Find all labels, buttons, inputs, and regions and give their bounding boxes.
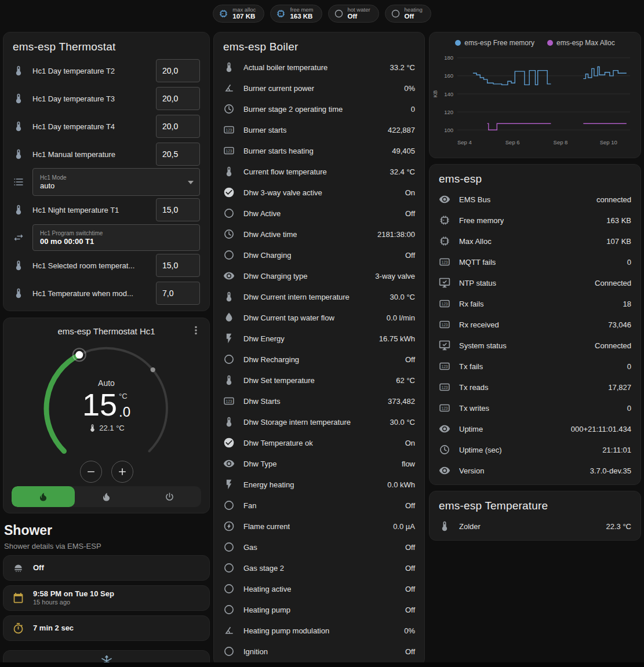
number-input[interactable]: 15,0 <box>156 198 200 221</box>
water-icon <box>223 312 235 323</box>
entity-row[interactable]: Current flow temperature 32.4 °C <box>214 161 424 182</box>
fire-icon <box>38 491 49 502</box>
entity-row[interactable]: Dhw Set temperature 62 °C <box>214 370 424 391</box>
legend-item[interactable]: ems-esp Free memory <box>455 39 534 47</box>
increase-temp-button[interactable] <box>111 461 133 483</box>
entity-row[interactable]: Dhw Active time 2181:38:00 <box>214 224 424 245</box>
entity-row[interactable]: Uptime 000+21:11:01.434 <box>430 418 641 439</box>
thermometer-icon <box>223 374 235 386</box>
number-input[interactable]: 15,0 <box>156 254 200 277</box>
entity-row[interactable]: Dhw Recharging Off <box>214 349 424 370</box>
status-badge[interactable]: hot water Off <box>328 5 379 23</box>
entity-row[interactable]: Energy heating 0.0 kWh <box>214 474 424 495</box>
entity-row[interactable]: Dhw Temperature ok On <box>214 432 424 453</box>
entity-row[interactable]: 123 Tx reads 17,827 <box>430 377 641 398</box>
entity-row[interactable]: Hc1 Temperature when mod... 7,0 <box>3 279 209 307</box>
entity-value: 163 KB <box>602 216 631 225</box>
shower-tile[interactable]: 7 min 2 sec <box>3 615 210 641</box>
check-circle-icon <box>223 437 235 449</box>
entity-row[interactable]: Hc1 Day temperature T4 20,0 <box>3 112 209 140</box>
entity-name: Free memory <box>459 216 504 225</box>
entity-row[interactable]: Hc1 Mode auto <box>3 168 209 196</box>
entity-name: Burner starts <box>243 126 286 134</box>
number-input[interactable]: 20,0 <box>156 87 200 110</box>
tile-secondary: 15 hours ago <box>33 599 114 607</box>
entity-row[interactable]: 123 Burner starts 422,887 <box>214 119 424 140</box>
entity-row[interactable]: Dhw Type flow <box>214 453 424 474</box>
entity-row[interactable]: Heating pump Off <box>214 599 424 620</box>
entity-row[interactable]: Actual boiler temperature 33.2 °C <box>214 57 424 78</box>
entity-row[interactable]: Flame current 0.0 µA <box>214 516 424 537</box>
number-input[interactable]: 20,5 <box>156 143 200 166</box>
entity-row[interactable]: 123 Dhw Starts 373,482 <box>214 391 424 411</box>
entity-name: Fan <box>243 501 256 510</box>
status-badge[interactable]: heating Off <box>385 5 431 23</box>
entity-row[interactable]: Hc1 Night temperature T1 15,0 <box>3 196 209 224</box>
flash-icon <box>223 479 235 490</box>
entity-value: 49,405 <box>387 147 415 155</box>
thermometer-icon <box>223 61 235 73</box>
entity-row[interactable]: Hc1 Manual temperature 20,5 <box>3 140 209 168</box>
entity-row[interactable]: Burner stage 2 operating time 0 <box>214 99 424 119</box>
entity-row[interactable]: Uptime (sec) 21:11:01 <box>430 439 641 460</box>
shower-tile[interactable]: Off <box>3 555 210 581</box>
mode-button[interactable] <box>12 486 75 507</box>
entity-row[interactable]: Hc1 Selected room temperat... 15,0 <box>3 252 209 279</box>
status-badge[interactable]: free mem 163 KB <box>270 5 322 23</box>
entity-row[interactable]: Hc1 Day temperature T3 20,0 <box>3 85 209 112</box>
entity-row[interactable]: Dhw Current intern temperature 30.0 °C <box>214 286 424 307</box>
entity-row[interactable]: 123 Rx received 73,046 <box>430 314 641 335</box>
eye-icon <box>439 465 450 476</box>
decrease-temp-button[interactable] <box>80 461 102 483</box>
emsesp-card: ems-esp EMS Bus connected Free memory 16… <box>429 164 641 485</box>
entity-row[interactable]: 123 Burner starts heating 49,405 <box>214 140 424 161</box>
entity-row[interactable]: 123 MQTT fails 0 <box>430 252 641 272</box>
entity-value: 0.0 µA <box>388 522 415 531</box>
entity-row[interactable]: Gas Off <box>214 537 424 557</box>
entity-row[interactable]: Dhw Active Off <box>214 203 424 224</box>
entity-row[interactable]: Gas stage 2 Off <box>214 557 424 578</box>
dial-handle[interactable] <box>75 351 83 359</box>
entity-row[interactable]: Dhw Storage intern temperature 30.0 °C <box>214 411 424 432</box>
entity-row[interactable]: Hc1 Program switchtime 00 mo 00:00 T1 <box>3 224 209 252</box>
number-input[interactable]: 20,0 <box>156 115 200 138</box>
switchtime-input[interactable]: Hc1 Program switchtime 00 mo 00:00 T1 <box>32 224 200 251</box>
entity-row[interactable]: Free memory 163 KB <box>430 210 641 231</box>
circle-icon <box>223 562 235 574</box>
entity-row[interactable]: Dhw Charging Off <box>214 245 424 265</box>
entity-row[interactable]: 123 Tx fails 0 <box>430 356 641 377</box>
entity-row[interactable]: 123 Rx fails 18 <box>430 293 641 314</box>
timer-icon <box>12 622 24 635</box>
legend-label: ems-esp Free memory <box>464 39 534 47</box>
mode-select[interactable]: Hc1 Mode auto <box>32 168 200 196</box>
mode-button[interactable] <box>138 486 201 507</box>
mode-button[interactable] <box>75 486 138 507</box>
status-badge[interactable]: max alloc 107 KB <box>213 5 264 23</box>
entity-row[interactable]: Fan Off <box>214 495 424 516</box>
entity-row[interactable]: Heating pump modulation 0% <box>214 620 424 641</box>
number-value: 20,0 <box>162 122 178 131</box>
entity-row[interactable]: NTP status Connected <box>430 272 641 293</box>
entity-row[interactable]: Zolder 22.3 °C <box>430 516 641 537</box>
entity-row[interactable]: Hc1 Day temperature T2 20,0 <box>3 57 209 85</box>
number-input[interactable]: 7,0 <box>156 282 200 305</box>
entity-row[interactable]: System status Connected <box>430 335 641 356</box>
legend-item[interactable]: ems-esp Max Alloc <box>547 39 615 47</box>
entity-row[interactable]: Ignition Off <box>214 641 424 662</box>
entity-row[interactable]: EMS Bus connected <box>430 189 641 210</box>
entity-row[interactable]: Dhw Energy 16.75 kWh <box>214 328 424 349</box>
entity-name: Burner stage 2 operating time <box>243 105 343 114</box>
entity-row[interactable]: Version 3.7.0-dev.35 <box>430 460 641 481</box>
entity-row[interactable]: Dhw Charging type 3-way valve <box>214 265 424 286</box>
entity-row[interactable]: Burner current power 0% <box>214 78 424 99</box>
more-options-button[interactable] <box>190 324 202 337</box>
entity-row[interactable]: 123 Tx writes 0 <box>430 398 641 418</box>
select-label: Hc1 Mode <box>40 174 182 181</box>
entity-row[interactable]: Max Alloc 107 KB <box>430 231 641 252</box>
shower-tile[interactable]: 9:58 PM on Tue 10 Sep 15 hours ago <box>3 585 210 611</box>
number-input[interactable]: 20,0 <box>156 59 200 82</box>
thermo-water-icon <box>13 260 24 271</box>
entity-row[interactable]: Dhw Current tap water flow 0.0 l/min <box>214 307 424 328</box>
entity-row[interactable]: Heating active Off <box>214 578 424 599</box>
entity-row[interactable]: Dhw 3-way valve active On <box>214 182 424 203</box>
